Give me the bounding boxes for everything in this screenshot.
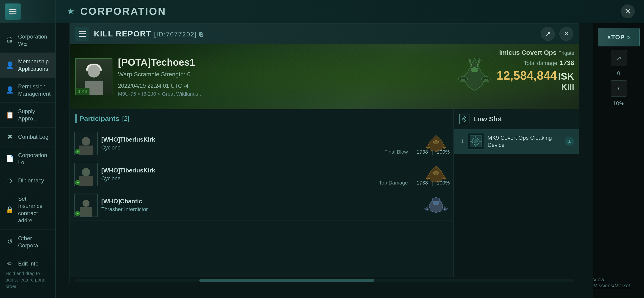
kill-report-modal: KILL REPORT [ID:7077202] ⎘ ↗ ✕	[70, 23, 579, 284]
participant-pct-2: 100%	[437, 180, 450, 186]
modal-overlay: KILL REPORT [ID:7077202] ⎘ ↗ ✕	[56, 23, 593, 298]
modal-header: KILL REPORT [ID:7077202] ⎘ ↗ ✕	[70, 24, 579, 44]
modal-export-button[interactable]: ↗	[541, 27, 555, 41]
participant-name-3: [WHO]Chaotic	[101, 198, 420, 205]
modal-scrollbar[interactable]	[74, 279, 574, 282]
modal-hamburger-button[interactable]	[75, 27, 89, 41]
svg-point-7	[471, 68, 478, 72]
sidebar-footer-text: Hold and drag to adjust feature portal o…	[0, 266, 56, 293]
sidebar-item-edit-label: Edit Info	[18, 260, 38, 267]
sidebar-item-corp-log-label: Corporation Lo...	[18, 152, 50, 166]
head-shape	[88, 65, 100, 78]
topbar-close-button[interactable]: ✕	[621, 5, 635, 18]
participant-pct-1: 100%	[437, 149, 450, 155]
view-missions-link[interactable]: View Missions/Market	[593, 277, 639, 289]
modal-export-icon: ↗	[545, 30, 550, 38]
participant-info-1: [WHO]TiberiusKirk Cyclone	[101, 136, 420, 151]
modal-hamburger-icon	[78, 31, 86, 37]
kill-report-hero: 1 Kill [POTA]Techoes1 Warp Scramble Stre…	[70, 44, 579, 109]
sidebar-item-corporation-we[interactable]: 🏛 Corporation WE	[0, 28, 56, 53]
svg-point-5	[461, 79, 465, 82]
stop-button[interactable]: sTOP »	[598, 28, 640, 47]
export-button[interactable]: ↗	[610, 50, 627, 66]
svg-point-17	[442, 147, 446, 149]
participant-stats-1: Final Blow | 1738 | 100%	[384, 149, 450, 155]
membership-icon: 👤	[6, 61, 14, 69]
export-icon: ↗	[616, 55, 621, 62]
slot-item[interactable]: 1	[454, 129, 579, 154]
sidebar-item-corporation-we-label: Corporation WE	[18, 33, 50, 47]
slot-number-1: 1	[458, 138, 464, 144]
page-title: CORPORATION	[80, 6, 166, 17]
modal-close-button[interactable]: ✕	[560, 27, 573, 41]
corp-star-icon: ★	[65, 6, 76, 17]
modal-scrollbar-container	[70, 277, 579, 284]
kill-badge: 1 Kill	[76, 88, 90, 95]
sidebar-item-insurance[interactable]: 🔒 Set Insurance contract addre...	[0, 190, 56, 229]
participant-name-2: [WHO]TiberiusKirk	[101, 167, 420, 174]
svg-point-19	[433, 171, 439, 175]
participant-star-2: ★	[75, 180, 80, 185]
sil-head-1	[82, 137, 90, 146]
sidebar-item-other-corp-label: Other Corpora...	[18, 235, 50, 249]
low-slot-title: Low Slot	[473, 115, 502, 123]
participant-stats-2: Top Damage | 1738 | 100%	[379, 180, 450, 186]
right-panel: sTOP » ↗ 0 / 10% View Missions/Market	[593, 23, 644, 298]
participant-info-3: [WHO]Chaotic Thrasher Interdictor	[101, 198, 420, 213]
low-slot-icon: Ψ	[459, 114, 470, 124]
sidebar-item-permission-label: Permission Management	[18, 83, 50, 97]
stop-arrow-icon: »	[627, 34, 630, 40]
sidebar-item-membership[interactable]: 👤 Membership Applications	[0, 53, 56, 78]
sidebar-item-insurance-label: Set Insurance contract addre...	[18, 195, 50, 224]
svg-point-13	[433, 140, 439, 144]
sidebar-item-combat-log[interactable]: ✖ Combat Log	[0, 128, 56, 146]
participant-damage-1: 1738	[416, 149, 428, 155]
participant-info-2: [WHO]TiberiusKirk Cyclone	[101, 167, 420, 182]
sil-head-2	[82, 168, 90, 176]
corp-log-icon: 📄	[6, 155, 14, 163]
damage-row: Total damage: 1738	[496, 59, 574, 67]
sidebar-item-membership-label: Membership Applications	[18, 58, 50, 72]
close-icon: ✕	[624, 7, 631, 16]
svg-text:Ψ: Ψ	[463, 118, 466, 121]
percentage-display: 10%	[613, 100, 624, 107]
svg-marker-0	[463, 58, 486, 91]
participant-damage-2: 1738	[416, 180, 428, 186]
sidebar-item-combat-label: Combat Log	[18, 133, 48, 140]
svg-point-16	[426, 147, 430, 149]
sidebar-item-supply[interactable]: 📋 Supply Appro...	[0, 103, 56, 127]
ship-type-label: Frigate	[558, 50, 574, 56]
participant-ship-img-3	[423, 196, 449, 214]
victim-avatar: 1 Kill	[75, 58, 112, 95]
participant-ship-3: Thrasher Interdictor	[101, 206, 420, 213]
combat-icon: ✖	[6, 133, 14, 141]
final-blow-label: Final Blow	[384, 149, 408, 155]
sidebar-hamburger-button[interactable]	[5, 4, 21, 20]
corporation-icon: 🏛	[6, 36, 14, 44]
sidebar-item-corp-log[interactable]: 📄 Corporation Lo...	[0, 146, 56, 171]
participant-ship-2: Cyclone	[101, 175, 420, 182]
low-slot-panel: Ψ Low Slot 1	[454, 109, 579, 277]
sil-body-3	[80, 207, 92, 216]
participants-panel: Participants [2] ★ [WHO	[70, 109, 454, 277]
sidebar-item-supply-label: Supply Appro...	[18, 108, 50, 122]
slot-item-name-1: MK9 Covert Ops Cloaking Device	[488, 134, 561, 149]
participant-star-3: ★	[75, 211, 80, 216]
modal-close-icon: ✕	[564, 30, 569, 38]
participant-row[interactable]: ★ [WHO]TiberiusKirk Cyclone	[70, 159, 454, 190]
sidebar-item-diplomacy[interactable]: ◇ Diplomacy	[0, 171, 56, 190]
permission-icon: 👤	[6, 86, 14, 94]
main-topbar: ★ CORPORATION ✕	[56, 0, 644, 23]
diplomacy-icon: ◇	[6, 176, 14, 185]
sidebar-item-permission[interactable]: 👤 Permission Management	[0, 78, 56, 103]
svg-point-22	[426, 178, 430, 179]
kill-report-id: [ID:7077202]	[154, 31, 197, 38]
sidebar-item-diplomacy-label: Diplomacy	[18, 177, 44, 184]
copy-id-icon[interactable]: ⎘	[199, 31, 203, 38]
num-value-display: 0	[614, 70, 623, 77]
sidebar-item-other-corp[interactable]: ↺ Other Corpora...	[0, 229, 56, 254]
slot-item-image-1	[468, 133, 484, 149]
participant-row[interactable]: ★ [WHO]TiberiusKirk Cyclone	[70, 128, 454, 159]
insurance-icon: 🔒	[6, 205, 14, 214]
participant-row[interactable]: ★ [WHO]Chaotic Thrasher Interdictor	[70, 190, 454, 221]
